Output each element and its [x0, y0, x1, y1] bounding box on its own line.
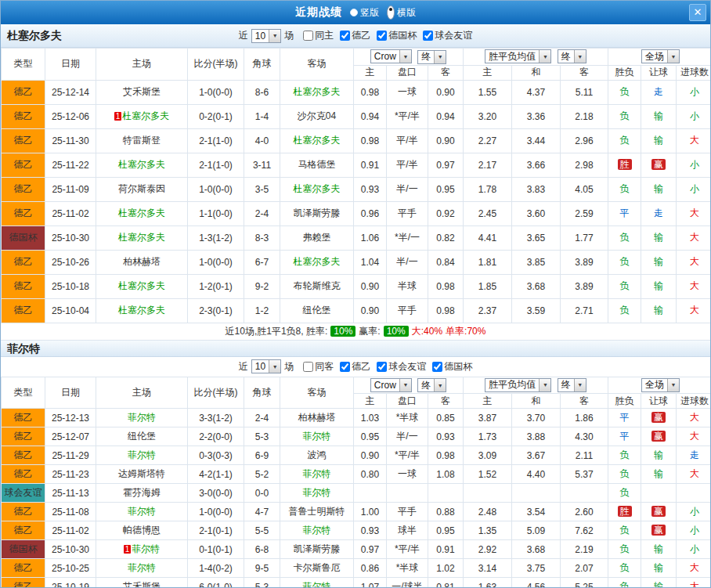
checkbox-input[interactable]: [423, 31, 433, 41]
odds-company-select[interactable]: Crow▼: [370, 49, 412, 63]
result-mark: 负: [620, 110, 630, 121]
cell-euro-draw-odds: 3.83: [512, 177, 561, 201]
filter-row-fuerth: 近 10 ▼ 场 同客 德乙 球会友谊 德国杯: [1, 357, 710, 377]
cell-home-team: 纽伦堡: [96, 427, 188, 446]
result-mark: 负: [620, 232, 630, 243]
cell-date: 25-10-26: [45, 250, 96, 274]
away-team-name: 普鲁士明斯特: [289, 506, 345, 517]
cell-date: 25-11-13: [45, 484, 96, 503]
asia-odds-group: Crow▼ 终▼: [354, 377, 464, 394]
filter-checkboxes: 同主 德乙 德国杯 球会友谊: [303, 29, 472, 42]
cell-euro-home-odds: 3.87: [464, 409, 512, 427]
filter-checkbox[interactable]: 球会友谊: [423, 29, 472, 42]
odds-company-select[interactable]: Crow▼: [370, 378, 412, 392]
cell-asia-home-odds: 1.03: [354, 409, 387, 427]
match-row: 德乙 25-12-07 纽伦堡 2-2(0-0) 5-3 菲尔特 0.95 半/…: [2, 427, 711, 446]
chevron-down-icon: ▼: [667, 50, 679, 63]
cell-away-team: 杜塞尔多夫: [280, 128, 354, 153]
euro-final-select[interactable]: 终▼: [558, 49, 586, 63]
result-mark: 负: [620, 525, 630, 536]
cell-score: 2-2(0-0): [188, 427, 244, 446]
cell-score: 1-3(1-2): [188, 225, 244, 250]
cell-result: 负: [608, 177, 641, 201]
handicap-result-mark: 赢: [651, 506, 666, 517]
handicap-result-mark: 输: [654, 110, 663, 121]
cell-league-type: 德乙: [2, 128, 45, 153]
layout-option-horizontal[interactable]: 横版: [387, 5, 416, 20]
handicap-result-mark: 走: [654, 207, 663, 218]
goals-result-mark: 大: [690, 256, 699, 267]
cell-score: 2-3(0-1): [188, 298, 244, 323]
checkbox-input[interactable]: [303, 362, 313, 372]
cell-asia-away-odds: 0.98: [428, 274, 464, 298]
handicap-result-mark: 输: [654, 468, 663, 479]
cell-home-team: 1菲尔特: [96, 540, 188, 559]
cell-euro-away-odds: 2.96: [561, 128, 608, 153]
result-mark: 负: [620, 86, 630, 97]
cell-result: 胜: [608, 503, 641, 521]
col-score: 比分(半场): [188, 377, 244, 409]
checkbox-input[interactable]: [377, 362, 387, 372]
filter-checkbox[interactable]: 德乙: [340, 360, 370, 373]
checkbox-input[interactable]: [377, 31, 387, 41]
match-row: 德乙 25-11-02 杜塞尔多夫 1-1(0-0) 2-4 凯泽斯劳滕 0.9…: [2, 201, 711, 225]
filter-bar: 近 10 ▼ 场 同客 德乙 球会友谊 德国杯: [239, 359, 472, 373]
checkbox-label: 德乙: [352, 29, 370, 42]
odds-final-select[interactable]: 终▼: [417, 378, 446, 392]
filter-checkbox[interactable]: 球会友谊: [377, 360, 426, 373]
cell-euro-home-odds: 3.09: [464, 446, 512, 465]
matches-count-select[interactable]: 10 ▼: [251, 359, 281, 373]
col-handicap: 盘口: [387, 394, 428, 409]
cell-asia-home-odds: 0.86: [354, 559, 387, 578]
cell-score: 1-0(0-0): [188, 80, 244, 104]
rank-badge: 1: [124, 545, 132, 554]
filter-checkbox[interactable]: 同客: [303, 360, 334, 373]
layout-option-vertical[interactable]: 竖版: [350, 6, 379, 20]
away-team-name: 纽伦堡: [303, 305, 331, 316]
cell-corners: 8-3: [244, 225, 280, 250]
handicap-result-mark: 赢: [651, 431, 666, 442]
cell-asia-away-odds: 0.81: [428, 578, 464, 588]
away-team-name: 杜塞尔多夫: [294, 256, 341, 267]
cell-corners: 6-8: [244, 540, 280, 559]
cell-date: 25-11-09: [45, 177, 96, 201]
cell-away-team: 菲尔特: [280, 521, 354, 540]
euro-odds-select[interactable]: 胜平负均值▼: [485, 49, 551, 63]
scope-select[interactable]: 全场▼: [641, 49, 680, 63]
asia-odds-group: Crow▼ 终▼: [354, 49, 464, 66]
cell-euro-draw-odds: 4.37: [512, 80, 561, 104]
away-team-name: 凯泽斯劳滕: [294, 207, 341, 218]
filter-checkbox[interactable]: 同主: [303, 29, 334, 42]
cell-euro-away-odds: 5.37: [561, 465, 608, 484]
radio-icon[interactable]: [387, 5, 395, 20]
close-button[interactable]: ✕: [689, 4, 706, 21]
cell-euro-away-odds: 2.59: [561, 201, 608, 225]
checkbox-input[interactable]: [340, 362, 350, 372]
matches-count-select[interactable]: 10 ▼: [251, 29, 281, 43]
filter-checkbox[interactable]: 德国杯: [377, 29, 417, 42]
cell-handicap: *半/一: [387, 225, 428, 250]
checkbox-input[interactable]: [432, 362, 442, 372]
radio-icon[interactable]: [350, 9, 358, 16]
chevron-down-icon: ▼: [539, 50, 550, 63]
cell-handicap-result: 输: [641, 540, 677, 559]
filter-checkbox[interactable]: 德乙: [340, 29, 370, 42]
cell-euro-draw-odds: 3.67: [512, 446, 561, 465]
cell-euro-away-odds: 5.25: [561, 578, 608, 588]
result-group: 全场▼: [608, 49, 711, 66]
checkbox-input[interactable]: [303, 31, 313, 41]
match-row: 德乙 25-11-09 荷尔斯泰因 1-0(0-0) 3-5 杜塞尔多夫 0.9…: [2, 177, 711, 201]
checkbox-input[interactable]: [340, 31, 350, 41]
scope-select[interactable]: 全场▼: [641, 378, 680, 392]
cell-handicap-result: [641, 484, 677, 503]
checkbox-label: 球会友谊: [435, 29, 472, 42]
filter-checkbox[interactable]: 德国杯: [432, 360, 472, 373]
cell-euro-away-odds: 2.19: [561, 540, 608, 559]
result-mark: 负: [620, 135, 630, 146]
odds-final-select[interactable]: 终▼: [417, 50, 446, 64]
cell-score: 2-1(1-0): [188, 128, 244, 153]
cell-league-type: 德乙: [2, 578, 45, 588]
euro-odds-select[interactable]: 胜平负均值▼: [485, 378, 551, 392]
euro-final-select[interactable]: 终▼: [558, 378, 586, 392]
goals-result-mark: 大: [690, 135, 699, 146]
